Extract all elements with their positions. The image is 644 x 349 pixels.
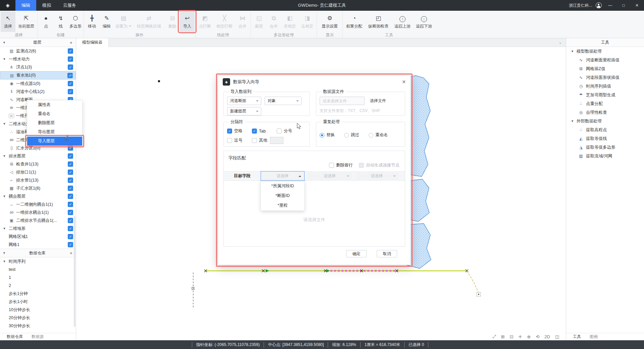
layer-row[interactable]: ‖河道中心线1(2) — [0, 88, 76, 96]
tab-model-editor[interactable]: 模型编辑器 — [76, 38, 109, 47]
menu-item-export-layer[interactable]: 导出图层 — [27, 128, 82, 137]
dropdown-item-section-id[interactable]: *断面ID — [261, 191, 304, 201]
menu-item-rename[interactable]: 重命名 — [27, 109, 82, 118]
pan-icon[interactable]: ✛ — [518, 334, 522, 339]
box-zoom-icon[interactable]: ⊡ — [509, 334, 513, 339]
layer-row[interactable]: ◉一维点源1(0) — [0, 80, 76, 88]
layer-row[interactable]: 网格区域1 — [0, 233, 76, 241]
layer-checkbox[interactable] — [67, 73, 73, 78]
layer-group-row[interactable]: ▼排水图层 — [0, 152, 76, 160]
layer-group-row[interactable]: ▼二维地形 — [0, 225, 76, 233]
avatar-icon[interactable] — [596, 2, 602, 8]
menu-item-attribute-table[interactable]: 属性表 — [27, 100, 82, 109]
field-select[interactable]: 请选择 — [355, 171, 399, 181]
profile-check-button[interactable]: ◰纵断面检查 — [365, 11, 392, 32]
skip-radio[interactable]: 跳过 — [344, 132, 359, 138]
expand-arrow-icon[interactable]: ▼ — [571, 119, 574, 123]
line-button[interactable]: ↯线 — [53, 11, 68, 32]
file-path-input[interactable] — [320, 97, 365, 105]
delete-button[interactable]: ⊟删除 — [165, 11, 180, 32]
auto-node-checkbox[interactable]: 自动生成连接节点 — [359, 162, 399, 168]
expand-arrow-icon[interactable]: ▼ — [571, 50, 574, 53]
expand-arrow-icon[interactable]: ▼ — [0, 122, 9, 126]
layer-checkbox[interactable] — [68, 89, 73, 94]
menu-item-import-layer[interactable]: 导入图层 — [27, 137, 82, 146]
difference-button[interactable]: ◨去相交 — [299, 11, 316, 32]
merge-line-button[interactable]: ⋈合并 — [235, 11, 250, 32]
weight-assign-button[interactable]: ◔权重分配 — [343, 11, 365, 32]
layer-group-row[interactable]: ▼耦合图层 — [0, 192, 76, 200]
tab-datasource[interactable]: 数据源 — [32, 334, 44, 340]
clip-button[interactable]: ◱裁剪 — [252, 11, 266, 32]
tool-item[interactable]: ◭提取等值线 — [566, 134, 644, 143]
tool-item[interactable]: ∿河道断面里程插值 — [566, 56, 644, 64]
datastore-item[interactable]: 步长1小时 — [0, 298, 76, 306]
datastore-item[interactable]: 1 — [0, 273, 76, 282]
layer-row[interactable]: ▧监测点2(6) — [0, 47, 76, 55]
split-view-icon[interactable]: ◫ — [555, 334, 559, 339]
layer-mode-select[interactable]: 新建图层 — [227, 107, 261, 115]
datastore-item[interactable]: 30分钟步长 — [0, 322, 76, 330]
tool-item[interactable]: ◷时间序列插值 — [566, 82, 644, 91]
expand-arrow-icon[interactable]: ▼ — [0, 57, 9, 61]
layer-group-row[interactable]: ▼一维水动力 — [0, 55, 76, 63]
ok-button[interactable]: 确定 — [346, 250, 367, 257]
layer-row[interactable]: ▦子汇水区1(8) — [0, 184, 76, 192]
current-layer-button[interactable]: ⇱当前图层 — [15, 11, 37, 32]
tool-item[interactable]: ⊞网格插Z值 — [566, 64, 644, 73]
expand-arrow-icon[interactable]: ▼ — [0, 260, 9, 263]
layer-row[interactable]: ▣二维排水节点耦合1(... — [0, 216, 76, 225]
tool-item[interactable]: ◎合理性检查 — [566, 108, 644, 117]
sidebar-scrollbar[interactable] — [74, 216, 75, 327]
expand-arrow-icon[interactable]: ▼ — [0, 154, 9, 158]
target-type-select[interactable]: 河道断面 — [227, 97, 261, 105]
maximize-button[interactable]: □ — [619, 3, 629, 8]
tool-group-row[interactable]: ▼外部数据处理 — [566, 117, 644, 126]
tool-item[interactable]: ∿河道段面形状插值 — [566, 73, 644, 82]
layer-checkbox[interactable] — [68, 242, 73, 247]
layer-checkbox[interactable] — [68, 218, 73, 223]
polygon-button[interactable]: ⬡多边形 — [68, 11, 83, 32]
replace-radio[interactable]: 替换 — [320, 132, 335, 138]
tool-item[interactable]: ◮提取等值多边形 — [566, 143, 644, 152]
layer-row[interactable]: ↔一二维侧向耦合1(1) — [0, 200, 76, 208]
dropdown-item-reach-id[interactable]: *所属河段ID — [261, 181, 304, 191]
merge-poly-button[interactable]: ⧉合并 — [266, 11, 281, 32]
mode-2d-button[interactable]: 2D — [544, 334, 550, 339]
display-settings-button[interactable]: ⚙显示设置 — [318, 11, 342, 32]
separator-other-checkbox[interactable]: 其他 — [252, 138, 267, 143]
chevron-down-icon[interactable]: ⌄ — [559, 40, 566, 45]
cancel-button[interactable]: 取消 — [377, 250, 397, 257]
layer-checkbox[interactable] — [68, 234, 73, 239]
layer-row[interactable]: 1D一维排水耦合1(1) — [0, 208, 76, 216]
dropdown-item-mileage[interactable]: *里程 — [261, 201, 304, 210]
layer-checkbox[interactable] — [68, 64, 73, 70]
layer-checkbox[interactable] — [68, 161, 73, 167]
set-as-button[interactable]: ▤设置为 — [114, 11, 133, 32]
layer-checkbox[interactable] — [68, 186, 73, 191]
collapse-arrow-icon[interactable]: ▼ — [0, 41, 8, 44]
separator-space-checkbox[interactable]: 空格 — [227, 128, 252, 134]
layer-row[interactable]: ⋔汊点1(3) — [0, 63, 76, 71]
menu-cloud[interactable]: 云服务 — [57, 0, 82, 11]
datastore-group-row[interactable]: ▼时间序列 — [0, 257, 76, 265]
tool-item[interactable]: ∴提取高程点 — [566, 126, 644, 134]
expand-arrow-icon[interactable]: ▼ — [0, 227, 9, 230]
tab-datastore[interactable]: 数据仓库 — [7, 334, 23, 340]
field-select-open[interactable]: 请选择 — [261, 171, 305, 181]
account-name[interactable]: 浙江贵仁科... — [569, 3, 592, 8]
layer-checkbox[interactable] — [68, 178, 73, 183]
delete-first-row-checkbox[interactable]: 删除首行 — [329, 162, 353, 168]
layer-row[interactable]: 网格1 — [0, 241, 76, 249]
datastore-item[interactable]: 2 — [0, 282, 76, 290]
tool-group-row[interactable]: ▼模型数据处理 — [566, 47, 644, 56]
rename-radio[interactable]: 重命名 — [369, 132, 388, 138]
object-select[interactable]: 对象 — [265, 97, 302, 105]
expand-arrow-icon[interactable]: ▼ — [0, 195, 9, 198]
menu-edit[interactable]: 编辑 — [15, 0, 36, 11]
layer-row[interactable]: ◁排放口1(1) — [0, 168, 76, 176]
layer-row[interactable]: ⌐排水管1(13) — [0, 176, 76, 184]
trace-upstream-button[interactable]: ↑追踪上游 — [392, 11, 413, 32]
edit-button[interactable]: ✎编辑 — [99, 11, 114, 32]
to-grid-region-button[interactable]: ⇄转至网格区域 — [133, 11, 165, 32]
